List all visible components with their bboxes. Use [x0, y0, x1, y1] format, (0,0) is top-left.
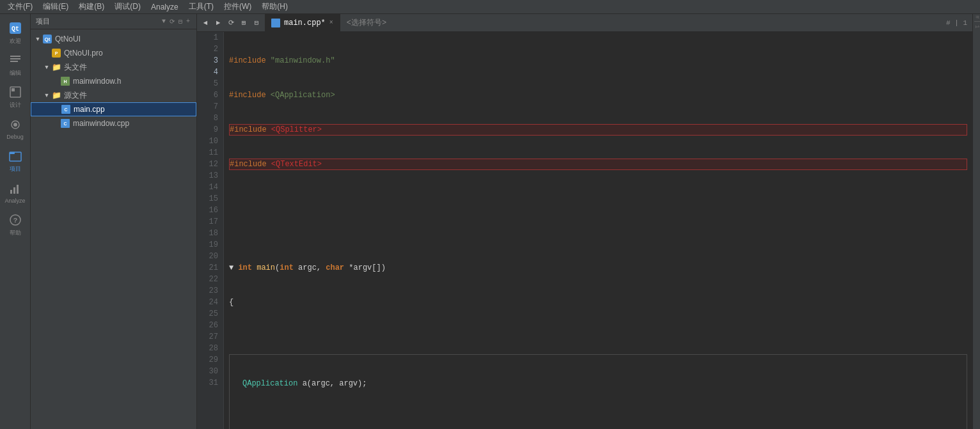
project-label: 项目	[10, 165, 21, 173]
tree-item-qtnoui[interactable]: ▼ Qt QtNoUI	[31, 32, 196, 46]
ln-9: 9	[202, 124, 218, 136]
tree-item-mainwindow-h[interactable]: H mainwindow.h	[31, 74, 196, 88]
ln-16: 16	[202, 205, 218, 216]
menu-build[interactable]: 构建(B)	[74, 0, 109, 13]
right-tool-3[interactable]: 1	[974, 25, 980, 28]
tree-view: ▼ Qt QtNoUI P QtNoUI.pro	[31, 29, 196, 429]
ln-5: 5	[202, 78, 218, 90]
tree-item-main-cpp[interactable]: C main.cpp	[31, 102, 196, 116]
right-tool-2[interactable]: |	[974, 20, 980, 23]
ln-11: 11	[202, 147, 218, 159]
ln-21: 21	[202, 262, 218, 274]
panel-filter-icon[interactable]: ▼	[161, 17, 167, 26]
edit-label: 编辑	[10, 69, 21, 77]
menu-debug[interactable]: 调试(D)	[109, 0, 146, 13]
ln-8: 8	[202, 113, 218, 124]
tree-item-headers[interactable]: ▼ 📁 头文件	[31, 60, 196, 74]
tree-expand-qtnoui[interactable]: ▼	[33, 36, 42, 42]
welcome-label: 欢迎	[10, 37, 21, 45]
sidebar-design[interactable]: 设计	[1, 81, 29, 113]
menu-edit[interactable]: 编辑(E)	[38, 0, 74, 13]
qtnoui-icon: Qt	[42, 35, 52, 43]
tab-symbol-placeholder[interactable]: <选择符号>	[340, 17, 393, 28]
svg-text:?: ?	[13, 217, 17, 224]
analyze-label: Analyze	[4, 198, 25, 204]
code-line-6	[229, 228, 967, 239]
ln-19: 19	[202, 239, 218, 251]
ln-2: 2	[202, 43, 218, 55]
tree-label-main-cpp: main.cpp	[74, 105, 105, 114]
app-container: 文件(F) 编辑(E) 构建(B) 调试(D) Analyze 工具(T) 控件…	[0, 0, 980, 429]
svg-rect-10	[10, 152, 15, 154]
editor-position: # | 1	[946, 19, 972, 27]
project-icon	[8, 148, 23, 164]
tree-item-sources[interactable]: ▼ 📁 源文件	[31, 88, 196, 102]
code-content: 1 2 3 4 5 6 7 8 9 10 11 12 13 14 15 16 1	[197, 32, 972, 429]
pro-icon: P	[51, 49, 61, 58]
code-line-1: #include "mainwindow.h"	[229, 55, 967, 66]
headers-folder-icon: 📁	[51, 63, 61, 72]
h-file-icon: H	[60, 77, 70, 86]
ln-6: 6	[202, 90, 218, 101]
sidebar-analyze[interactable]: Analyze	[1, 176, 29, 208]
ln-24: 24	[202, 297, 218, 308]
sidebar-welcome[interactable]: Qt 欢迎	[1, 17, 29, 49]
debug-label: Debug	[6, 134, 24, 140]
panel-header: 项目 ▼ ⟳ ⊟ +	[31, 14, 196, 29]
help-label: 帮助	[10, 229, 21, 237]
tab-forward-icon[interactable]: ►	[212, 17, 224, 29]
svg-text:Qt: Qt	[11, 26, 19, 33]
ln-10: 10	[202, 136, 218, 147]
ln-27: 27	[202, 331, 218, 343]
menu-file[interactable]: 文件(F)	[3, 0, 38, 13]
ln-15: 15	[202, 193, 218, 205]
code-line-2: #include <QApplication>	[229, 90, 967, 101]
ln-20: 20	[202, 251, 218, 262]
tab-back-icon[interactable]: ◄	[200, 17, 211, 29]
tab-split-icon[interactable]: ⊟	[251, 17, 262, 29]
code-line-7: ▼ int main(int argc, char *argv[])	[229, 262, 967, 274]
menu-analyze[interactable]: Analyze	[146, 1, 184, 13]
tree-label-mainwindow-cpp: mainwindow.cpp	[73, 119, 129, 128]
menu-controls[interactable]: 控件(W)	[219, 0, 257, 13]
menu-tools[interactable]: 工具(T)	[184, 0, 219, 13]
design-label: 设计	[10, 101, 21, 109]
tree-label-qtnoui: QtNoUI	[55, 35, 81, 43]
welcome-icon: Qt	[8, 20, 23, 36]
menu-help[interactable]: 帮助(H)	[257, 0, 293, 13]
sidebar-icons: Qt 欢迎 编辑	[0, 14, 31, 429]
tree-expand-headers[interactable]: ▼	[42, 64, 51, 70]
ln-14: 14	[202, 182, 218, 193]
sidebar-project[interactable]: 项目	[1, 144, 29, 176]
panel-collapse-icon[interactable]: ⊟	[177, 17, 184, 26]
ln-3: 3	[202, 55, 218, 66]
tree-label-mainwindow-h: mainwindow.h	[73, 77, 121, 86]
tab-maximize-icon[interactable]: ⊞	[238, 17, 249, 29]
tree-item-mainwindow-cpp[interactable]: C mainwindow.cpp	[31, 116, 196, 130]
ln-28: 28	[202, 343, 218, 354]
sidebar-debug[interactable]: Debug	[1, 113, 29, 144]
tab-refresh-icon[interactable]: ⟳	[225, 17, 237, 29]
tree-item-pro[interactable]: P QtNoUI.pro	[31, 46, 196, 60]
code-area[interactable]: #include "mainwindow.h" #include <QAppli…	[224, 32, 972, 429]
ln-17: 17	[202, 216, 218, 228]
right-tool-1[interactable]: #	[974, 15, 980, 19]
tab-main-cpp-icon	[271, 19, 280, 27]
sidebar-edit[interactable]: 编辑	[1, 49, 29, 81]
sidebar-help[interactable]: ? 帮助	[1, 208, 29, 240]
tree-expand-sources[interactable]: ▼	[42, 92, 51, 98]
ln-29: 29	[202, 354, 218, 366]
code-line-10	[230, 412, 967, 424]
ln-31: 31	[202, 377, 218, 389]
code-editor[interactable]: ◄ ► ⟳ ⊞ ⊟ main.cpp* × <选择符号> # | 1	[197, 14, 972, 429]
panel-sync-icon[interactable]: ⟳	[168, 17, 176, 26]
analyze-icon	[8, 181, 23, 196]
ln-7: 7	[202, 101, 218, 113]
panel-plus-icon[interactable]: +	[185, 17, 191, 26]
tab-main-cpp[interactable]: main.cpp* ×	[265, 14, 340, 32]
sources-folder-icon: 📁	[51, 91, 61, 100]
editor-tab-bar: ◄ ► ⟳ ⊞ ⊟ main.cpp* × <选择符号> # | 1	[197, 14, 972, 32]
main-cpp-icon: C	[61, 105, 71, 114]
ln-30: 30	[202, 366, 218, 377]
tab-main-cpp-close[interactable]: ×	[329, 19, 333, 26]
